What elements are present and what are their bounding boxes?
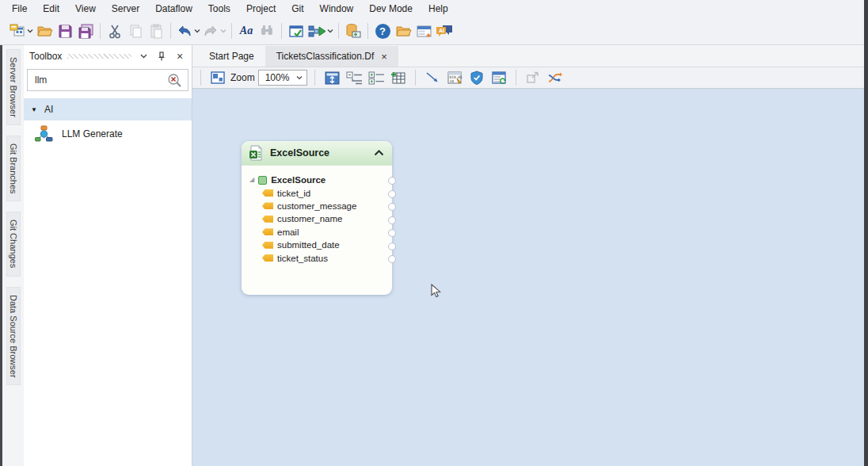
table-icon	[258, 176, 267, 185]
llm-generate-icon	[34, 125, 53, 143]
toolbox-close-button[interactable]: ×	[173, 50, 186, 63]
menu-server[interactable]: Server	[104, 1, 147, 17]
fit-height-button[interactable]	[322, 68, 341, 87]
output-port[interactable]	[388, 243, 396, 250]
redo-button[interactable]	[201, 21, 227, 41]
clear-search-icon[interactable]	[167, 73, 182, 88]
validate-shield-button[interactable]	[467, 68, 486, 87]
menu-tools[interactable]: Tools	[200, 1, 238, 17]
output-port[interactable]	[388, 177, 396, 185]
cut-icon	[108, 24, 122, 39]
toolbox-group-label: AI	[44, 104, 53, 115]
collapse-all-button[interactable]	[345, 68, 364, 87]
menu-dev-mode[interactable]: Dev Mode	[361, 1, 421, 17]
help-button[interactable]: ?	[372, 21, 393, 41]
open-folder-button[interactable]	[34, 21, 55, 41]
font-button[interactable]: Aa	[236, 21, 257, 41]
validate-window-button[interactable]	[286, 21, 306, 41]
sidebar-tab-data-source-browser[interactable]: Data Source Browser	[6, 287, 21, 386]
menu-dataflow[interactable]: Dataflow	[147, 1, 200, 17]
tab-start-page[interactable]: Start Page	[198, 46, 265, 67]
fit-height-icon	[325, 71, 340, 85]
output-port[interactable]	[388, 203, 396, 211]
menu-view[interactable]: View	[67, 1, 104, 17]
undo-button[interactable]	[175, 21, 201, 41]
reroute-links-button[interactable]	[546, 68, 565, 87]
save-icon	[58, 24, 73, 39]
toolbox-drag-grip[interactable]	[67, 54, 131, 59]
sidebar-tab-server-browser[interactable]: Server Browser	[6, 49, 21, 125]
field-label: email	[277, 227, 299, 237]
output-port[interactable]	[388, 229, 396, 237]
zoom-level-select[interactable]: 100%	[258, 70, 308, 86]
field-row[interactable]: ticket_status	[262, 251, 389, 264]
node-collapse-button[interactable]	[374, 150, 384, 156]
field-row[interactable]: customer_name	[262, 212, 389, 225]
output-port[interactable]	[388, 216, 396, 224]
save-button[interactable]	[55, 21, 75, 41]
ai-assistant-button[interactable]: AI	[434, 21, 455, 41]
zoom-value: 100%	[265, 72, 290, 83]
side-tab-strip: Server Browser Git Branches Git Changes …	[2, 45, 24, 466]
field-label: ticket_id	[277, 189, 310, 198]
field-tag-icon	[262, 189, 273, 197]
field-label: submitted_date	[277, 240, 340, 250]
tab-close-icon[interactable]: ×	[381, 51, 387, 63]
field-row[interactable]: ticket_id	[262, 186, 389, 199]
preview-data-button[interactable]: 010.0110	[445, 68, 464, 87]
menu-edit[interactable]: Edit	[35, 1, 67, 17]
tree-root-row[interactable]: ◢ ExcelSource	[249, 174, 389, 186]
menu-window[interactable]: Window	[312, 1, 362, 17]
field-row[interactable]: customer_message	[262, 200, 389, 212]
output-port[interactable]	[388, 255, 396, 263]
node-header[interactable]: ExcelSource	[242, 141, 392, 166]
open-project-icon	[395, 24, 412, 38]
paste-button[interactable]	[146, 21, 166, 41]
toolbox-menu-button[interactable]	[137, 50, 150, 63]
node-excel-source[interactable]: ExcelSource ◢ ExcelSource	[242, 141, 392, 295]
dataflow-canvas[interactable]: ExcelSource ◢ ExcelSource	[192, 88, 868, 466]
sidebar-tab-git-branches[interactable]: Git Branches	[6, 136, 21, 202]
menu-file[interactable]: File	[4, 1, 35, 17]
toolbox-group-ai[interactable]: ▼ AI	[24, 98, 192, 120]
toolbox-pin-button[interactable]	[155, 50, 168, 63]
menu-help[interactable]: Help	[421, 1, 456, 17]
run-icon	[307, 24, 326, 39]
field-label: customer_message	[277, 201, 356, 211]
expand-all-button[interactable]	[367, 68, 386, 87]
tree-expander-icon[interactable]: ◢	[249, 177, 254, 183]
data-viewer-icon	[491, 71, 508, 85]
draw-link-button[interactable]	[423, 68, 442, 87]
menu-git[interactable]: Git	[284, 1, 311, 17]
add-table-button[interactable]	[389, 68, 408, 87]
field-row[interactable]: submitted_date	[262, 239, 389, 251]
layout-button[interactable]	[208, 68, 227, 87]
new-dataflow-button[interactable]	[8, 21, 34, 41]
menu-project[interactable]: Project	[238, 1, 284, 17]
dataflow-toolbar: Zoom 100%	[192, 67, 868, 88]
expand-node-button[interactable]	[523, 68, 542, 87]
open-project-button[interactable]	[393, 21, 413, 41]
sidebar-tab-git-changes[interactable]: Git Changes	[6, 212, 21, 276]
tab-tickets-classification[interactable]: TicketsClassification.Df ×	[265, 46, 398, 67]
toolbar-separator	[231, 23, 232, 39]
field-row[interactable]: email	[262, 226, 389, 239]
toolbar-separator	[100, 23, 101, 39]
start-page-button[interactable]	[413, 21, 434, 41]
output-port[interactable]	[388, 190, 396, 198]
copy-button[interactable]	[125, 21, 146, 41]
toolbox-header[interactable]: Toolbox ×	[24, 45, 192, 67]
data-viewer-button[interactable]	[489, 68, 508, 87]
expand-node-icon	[526, 71, 540, 84]
toolbar-separator	[200, 70, 201, 86]
save-all-button[interactable]	[75, 21, 96, 41]
toolbox-item-llm-generate[interactable]: LLM Generate	[24, 120, 192, 147]
cut-button[interactable]	[105, 21, 125, 41]
database-export-button[interactable]	[343, 21, 364, 41]
toolbox-search-input[interactable]	[33, 74, 167, 86]
redo-icon	[202, 25, 219, 38]
tree-root-label: ExcelSource	[271, 175, 326, 185]
ai-icon-label: AI	[439, 28, 444, 33]
run-button[interactable]	[306, 21, 334, 41]
find-button[interactable]	[257, 21, 277, 41]
